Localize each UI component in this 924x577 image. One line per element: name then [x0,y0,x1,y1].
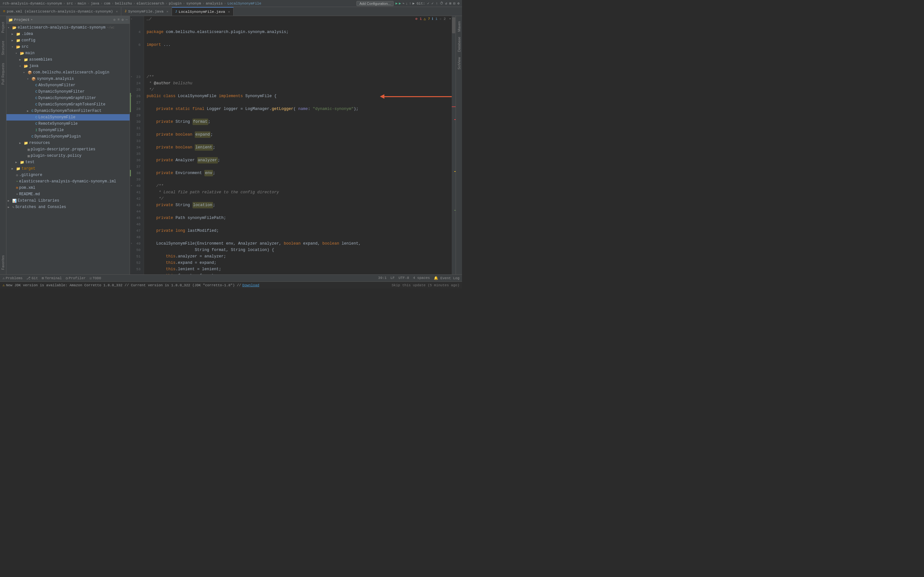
tree-expand-arrow[interactable]: ▾ [15,52,19,55]
tab-close-icon[interactable]: ✕ [166,10,168,13]
event-log[interactable]: 🔔 Event Log [434,276,459,280]
tree-item-main[interactable]: ▾ 📂 main [6,50,129,56]
tree-item-src[interactable]: ▾ 📂 src [6,44,129,50]
breadcrumb-part[interactable]: analysis [206,2,223,5]
fold-marker[interactable]: ▾ [131,16,132,23]
indent-info[interactable]: 4 spaces [413,276,430,280]
fold-marker[interactable]: ▾ [131,74,132,80]
tree-item-package-plugin[interactable]: ▾ 📦 com.bellszhu.elasticsearch.plugin [6,69,129,76]
breadcrumb-part[interactable]: src [66,2,73,5]
error-count[interactable]: ⊘ 1 [415,17,422,21]
tree-item-plugin-security[interactable]: ▦ plugin-security.policy [6,153,129,159]
expand-annotations-icon[interactable]: ▾ [449,17,451,21]
tree-item-java[interactable]: ▾ 📂 java [6,63,129,69]
sidebar-item-structure[interactable]: Structure [1,37,5,58]
right-panel-database[interactable]: Database [456,34,462,55]
tree-item-package-analysis[interactable]: ▾ 📦 synonym.analysis [6,76,129,82]
status-profiler[interactable]: ◷ Profiler [66,276,86,280]
notification-download-link[interactable]: Download [242,284,259,287]
tree-expand-arrow[interactable]: ▶ [27,109,31,113]
history-icon[interactable]: ⏱ [440,1,443,5]
breadcrumb-part[interactable]: com [104,2,110,5]
tree-item-iml[interactable]: ▪ elasticsearch-analysis-dynamic-synonym… [6,178,129,185]
debug-icon[interactable]: ▶ [399,1,401,5]
fold-marker[interactable]: ▾ [131,93,132,99]
tab-synonym-file[interactable]: J SynonymFile.java ✕ [121,7,172,16]
vertical-scrollbar[interactable] [452,16,456,274]
info-count[interactable]: ℹ 1 [432,17,437,21]
close-panel-icon[interactable]: — [126,18,128,22]
status-problems[interactable]: ⚠ Problems [3,276,23,280]
tree-item-dynamic-synonym-filter[interactable]: C DynamicSynonymFilter [6,89,129,95]
breadcrumb-part[interactable]: java [91,2,99,5]
tree-expand-arrow[interactable]: ▶ [15,161,19,164]
breadcrumb-part[interactable]: rch-analysis-dynamic-synonym [3,2,62,5]
fold-marker[interactable]: ▾ [131,183,132,189]
right-panel-sciview[interactable]: SciView [456,55,462,72]
bookmarks-icon[interactable]: ⊞ [449,1,451,5]
collapse-all-icon[interactable]: ≡ [118,18,120,22]
warning-count[interactable]: △ 7 [424,17,430,21]
tab-pom-xml[interactable]: m pom.xml (elasticsearch-analysis-dynami… [0,7,121,16]
tree-item-dynamic-synonym-graph-token-filter[interactable]: C DynamicSynonymGraphTokenFilte [6,101,129,108]
tree-expand-arrow[interactable]: ▾ [11,45,15,49]
add-configuration-button[interactable]: Add Configuration... [357,1,393,6]
tree-item-gitignore[interactable]: ⊙ .gitignore [6,172,129,178]
revert-icon[interactable]: ↺ [445,1,447,5]
tree-item-idea[interactable]: ▶ 📁 .idea [6,31,129,37]
search-everywhere-icon[interactable]: ⊟ [453,1,456,5]
tree-item-dynamic-synonym-plugin[interactable]: C DynamicSynonymPlugin [6,133,129,140]
code-content[interactable]: …/ package com.bellszhu.elasticsearch.pl… [144,16,452,274]
breadcrumb-part[interactable]: main [78,2,86,5]
line-separator[interactable]: LF [391,276,395,280]
tree-item-readme[interactable]: ▪ README.md [6,191,129,197]
tree-item-external-libraries[interactable]: ▶ 📊 External Libraries [6,197,129,204]
tree-expand-arrow[interactable]: ▶ [19,58,23,61]
tree-item-target[interactable]: ▶ 📁 target [6,165,129,172]
tab-close-icon[interactable]: ✕ [228,10,230,14]
breadcrumb-part[interactable]: synonym [186,2,201,5]
tree-item-dynamic-synonym-token-filter-fact[interactable]: ▶ C DynamicSynonymTokenFilterFact [6,108,129,114]
tree-expand-arrow[interactable]: ▾ [19,64,23,68]
tree-item-test[interactable]: ▶ 📁 test [6,159,129,165]
tree-item-synonym-file[interactable]: I SynonymFile [6,127,129,133]
breadcrumb-part[interactable]: plugin [169,2,182,5]
tree-item-assemblies[interactable]: ▶ 📁 assemblies [6,56,129,63]
notification-dismiss[interactable]: Skip this update (5 minutes ago) [392,284,459,287]
tree-item-scratches[interactable]: ▶ ✎ Scratches and Consoles [6,204,129,210]
fold-marker[interactable]: ▾ [131,240,132,247]
tree-item-pom-xml[interactable]: m pom.xml [6,185,129,191]
sidebar-item-pull-requests[interactable]: Pull Requests [1,60,5,88]
tree-item-abs-synonym-filter[interactable]: C AbsSynonymFilter [6,82,129,89]
status-git[interactable]: ⎇ Git [26,276,38,280]
tree-item-resources[interactable]: ▶ 📁 resources [6,140,129,146]
tree-item-plugin-descriptor[interactable]: ▦ plugin-descriptor.properties [6,146,129,153]
tree-expand-arrow[interactable]: ▾ [27,77,31,81]
encoding[interactable]: UTF-8 [399,276,409,280]
tab-close-icon[interactable]: ✕ [116,10,118,13]
status-todo[interactable]: ☑ TODO [89,276,101,280]
tree-expand-arrow[interactable]: ▶ [11,39,15,42]
scrollbar-thumb[interactable] [452,17,455,33]
tree-expand-arrow[interactable]: ▶ [8,205,11,209]
tree-item-root[interactable]: ▾ 📂 elasticsearch-analysis-dynamic-synon… [6,24,129,31]
settings-icon[interactable]: ⚙ [457,1,459,5]
tree-expand-arrow[interactable]: ▶ [11,32,15,36]
breadcrumb-part[interactable]: elasticsearch [137,2,164,5]
tree-item-local-synonym-file[interactable]: C LocalSynonymFile [6,114,129,121]
tree-expand-arrow[interactable]: ▶ [8,199,11,203]
tree-expand-arrow[interactable]: ▶ [19,141,23,145]
tree-item-remote-synonym-file[interactable]: C RemoteSynonymFile [6,121,129,127]
breadcrumb-part[interactable]: bellszhu [115,2,132,5]
status-terminal[interactable]: ⊞ Terminal [42,276,61,280]
tree-item-config[interactable]: ▶ 📁 config [6,37,129,44]
tree-expand-arrow[interactable]: ▶ [11,167,15,171]
tree-expand-arrow[interactable]: ▾ [8,26,11,29]
chevron-down-icon[interactable]: ▾ [31,18,32,21]
run-icon[interactable]: ▶ [396,1,398,5]
tree-expand-arrow[interactable]: ▾ [23,71,27,74]
tree-item-dynamic-synonym-graph-filter[interactable]: C DynamicSynonymGraphFilter [6,95,129,101]
tab-local-synonym-file[interactable]: J LocalSynonymFile.java ✕ [172,7,234,16]
options-icon[interactable]: ⚙ [121,18,124,22]
locate-icon[interactable]: ⊙ [113,18,116,22]
